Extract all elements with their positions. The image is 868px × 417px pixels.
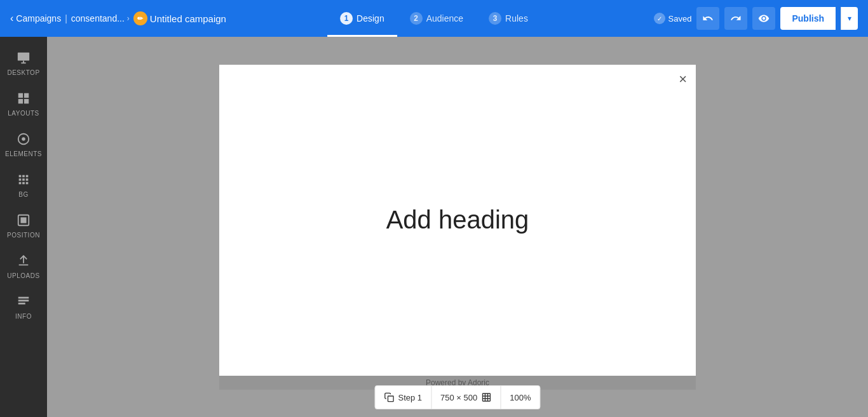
svg-rect-5 — [18, 99, 23, 103]
org-chevron-icon: › — [127, 14, 130, 23]
top-navigation: ‹ Campaigns | consentand... › ✏ Untitled… — [0, 0, 868, 37]
tab-rules-number: 3 — [489, 12, 501, 25]
campaign-edit-icon: ✏ — [133, 11, 147, 25]
sidebar-item-layouts[interactable]: LAYOUTS — [0, 85, 47, 123]
position-icon — [17, 213, 31, 229]
svg-rect-6 — [24, 99, 29, 103]
tab-bar: 1 Design 2 Audience 3 Rules — [327, 0, 541, 37]
tab-design-label: Design — [356, 13, 384, 23]
sidebar-item-uploads[interactable]: UPLOADS — [0, 248, 47, 286]
popup-wrapper: × Add heading Powered by Adoric — [219, 65, 696, 390]
svg-rect-0 — [18, 53, 29, 61]
saved-label: Saved — [668, 14, 692, 23]
main-area: DESKTOP LAYOUTS ELEMENTS BG POSITION — [0, 37, 868, 417]
sidebar-label-info: INFO — [15, 313, 32, 320]
elements-icon — [17, 132, 31, 148]
org-label: consentand... — [71, 13, 125, 23]
tab-audience-number: 2 — [410, 12, 423, 25]
sidebar-label-desktop: DESKTOP — [7, 69, 39, 76]
info-icon — [17, 295, 31, 310]
left-sidebar: DESKTOP LAYOUTS ELEMENTS BG POSITION — [0, 37, 47, 417]
sidebar-item-elements[interactable]: ELEMENTS — [0, 126, 47, 164]
step-copy-icon — [384, 392, 394, 402]
svg-rect-3 — [18, 93, 23, 98]
svg-rect-11 — [18, 297, 29, 299]
zoom-indicator[interactable]: 100% — [501, 386, 539, 409]
sidebar-item-desktop[interactable]: DESKTOP — [0, 44, 47, 83]
org-breadcrumb[interactable]: consentand... › — [71, 13, 130, 23]
publish-button[interactable]: Publish — [780, 7, 836, 30]
svg-rect-10 — [20, 217, 26, 223]
tab-rules[interactable]: 3 Rules — [476, 0, 541, 37]
campaign-breadcrumb[interactable]: ✏ Untitled campaign — [133, 11, 226, 25]
tab-design-number: 1 — [340, 12, 353, 25]
desktop-icon — [17, 51, 31, 67]
breadcrumb-separator-1: | — [65, 13, 67, 23]
tab-audience-label: Audience — [426, 13, 463, 23]
step-indicator[interactable]: Step 1 — [375, 386, 431, 409]
saved-check-icon: ✓ — [654, 13, 665, 24]
tab-rules-label: Rules — [505, 13, 528, 23]
svg-rect-13 — [18, 303, 25, 305]
topnav-actions: ✓ Saved Publish ▾ — [654, 7, 858, 30]
step-label: Step 1 — [398, 393, 422, 402]
undo-button[interactable] — [696, 7, 719, 30]
layouts-icon — [17, 91, 31, 107]
sidebar-label-elements: ELEMENTS — [5, 150, 42, 157]
zoom-label: 100% — [510, 393, 531, 402]
preview-button[interactable] — [752, 7, 775, 30]
sidebar-item-info[interactable]: INFO — [0, 288, 47, 326]
sidebar-label-uploads: UPLOADS — [7, 272, 39, 279]
resize-icon — [481, 392, 491, 402]
tab-design[interactable]: 1 Design — [327, 0, 397, 37]
popup-box[interactable]: × Add heading — [219, 65, 696, 376]
svg-rect-15 — [482, 394, 490, 401]
tab-audience[interactable]: 2 Audience — [397, 0, 476, 37]
redo-button[interactable] — [724, 7, 747, 30]
popup-heading: Add heading — [386, 206, 529, 234]
campaigns-label: Campaigns — [16, 13, 61, 23]
svg-rect-12 — [18, 300, 29, 301]
svg-rect-14 — [388, 396, 393, 402]
canvas-area[interactable]: × Add heading Powered by Adoric Step 1 7… — [47, 37, 868, 417]
sidebar-label-layouts: LAYOUTS — [8, 110, 39, 117]
close-popup-button[interactable]: × — [679, 72, 687, 86]
campaign-title: Untitled campaign — [150, 13, 226, 24]
back-to-campaigns[interactable]: ‹ Campaigns — [10, 13, 61, 24]
size-label: 750 × 500 — [440, 393, 477, 402]
uploads-icon — [17, 254, 31, 270]
sidebar-label-bg: BG — [18, 191, 28, 198]
saved-status: ✓ Saved — [654, 13, 692, 24]
svg-rect-4 — [24, 93, 29, 98]
back-arrow-icon: ‹ — [10, 13, 13, 24]
bg-icon — [17, 173, 31, 189]
size-indicator[interactable]: 750 × 500 — [431, 386, 501, 409]
svg-point-8 — [22, 137, 25, 141]
sidebar-item-bg[interactable]: BG — [0, 166, 47, 204]
publish-caret-button[interactable]: ▾ — [841, 7, 858, 30]
sidebar-item-position[interactable]: POSITION — [0, 207, 47, 245]
status-bar: Step 1 750 × 500 100% — [374, 385, 540, 409]
sidebar-label-position: POSITION — [7, 232, 40, 239]
